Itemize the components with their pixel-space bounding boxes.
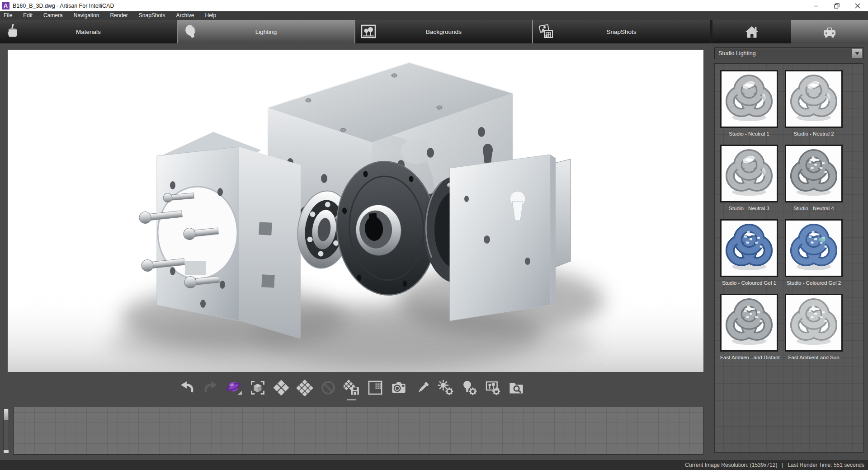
scrollbar-handle[interactable] xyxy=(4,409,9,420)
render-3d-view xyxy=(8,50,703,372)
lighting-preset-thumbnail[interactable] xyxy=(785,70,843,128)
lighting-preset-item[interactable]: Studio - Neutral 3 xyxy=(720,145,778,211)
menu-item-archive[interactable]: Archive xyxy=(171,11,200,20)
status-bar: Current Image Resolution: (1539x712) | L… xyxy=(0,460,868,470)
undo-icon[interactable] xyxy=(178,378,196,398)
home-icon xyxy=(743,23,761,41)
lighting-preset-item[interactable]: Studio - Neutral 4 xyxy=(785,145,843,211)
menu-item-render[interactable]: Render xyxy=(104,11,133,20)
lighting-preset-item[interactable]: Studio - Neutral 1 xyxy=(720,70,778,136)
lighting-preset-thumbnail[interactable] xyxy=(785,219,843,277)
render-toolbar xyxy=(0,374,703,402)
lighting-preset-thumbnail[interactable] xyxy=(785,294,843,352)
nine-diamonds-icon[interactable] xyxy=(296,378,314,398)
tab-materials[interactable]: Materials xyxy=(0,20,177,43)
four-diamonds-icon[interactable] xyxy=(272,378,290,398)
render-cube-icon[interactable] xyxy=(249,378,267,398)
menu-item-edit[interactable]: Edit xyxy=(18,11,38,20)
title-bar: A B160_B_3D.dwg - Artisan For IntelliCAD xyxy=(0,0,868,11)
log-panel-scrollbar[interactable] xyxy=(3,408,9,453)
lighting-preset-thumbnail[interactable] xyxy=(785,145,843,202)
tab-home[interactable] xyxy=(712,20,791,43)
paint-bucket-icon xyxy=(4,23,22,41)
window-title: B160_B_3D.dwg - Artisan For IntelliCAD xyxy=(13,3,114,9)
app-icon: A xyxy=(2,2,9,9)
tab-car[interactable] xyxy=(791,20,868,43)
menu-item-file[interactable]: File xyxy=(0,11,18,20)
eyedropper-icon[interactable] xyxy=(413,378,431,398)
status-resolution: Current Image Resolution: (1539x712) xyxy=(685,462,777,468)
lighting-preset-label: Fast Ambient and Sun xyxy=(785,355,843,360)
lighting-preset-label: Studio - Neutral 1 xyxy=(720,131,778,136)
lighting-preset-thumbnail[interactable] xyxy=(720,219,778,277)
lighting-preset-value: Studio Lighting xyxy=(715,50,852,56)
lighting-preset-label: Studio - Coloured Gel 1 xyxy=(720,280,778,286)
tab-bar: Materials Lighting Backgrounds xyxy=(0,20,868,43)
render-region-icon[interactable] xyxy=(366,378,384,398)
lighting-preset-item[interactable]: Studio - Neutral 2 xyxy=(785,70,843,136)
lighting-preset-item[interactable]: Fast Ambien...and Distant xyxy=(720,294,778,360)
menu-item-help[interactable]: Help xyxy=(200,11,222,20)
close-button[interactable] xyxy=(847,0,868,11)
workspace: Studio Lighting Studio - Neutral 1 xyxy=(0,43,868,460)
render-viewport[interactable] xyxy=(8,50,703,372)
find-render-icon[interactable] xyxy=(507,378,525,398)
lighting-preset-item[interactable]: Studio - Coloured Gel 2 xyxy=(785,219,843,286)
tab-backgrounds[interactable]: Backgrounds xyxy=(354,20,532,43)
tab-label: Lighting xyxy=(255,28,277,35)
lighting-presets-panel: Studio - Neutral 1 Studio - Neutral 2 xyxy=(714,63,863,453)
menu-bar: FileEditCameraNavigationRenderSnapShotsA… xyxy=(0,11,868,20)
save-render-icon[interactable] xyxy=(343,378,361,398)
light-bulb-icon xyxy=(182,23,200,41)
cancel-render-icon[interactable] xyxy=(319,378,337,398)
lighting-preset-label: Studio - Coloured Gel 2 xyxy=(785,280,843,286)
lighting-preset-thumbnail[interactable] xyxy=(720,294,778,352)
lighting-preset-label: Studio - Neutral 2 xyxy=(785,131,843,136)
log-panel xyxy=(13,407,703,455)
scrollbar-cap xyxy=(4,450,9,453)
sun-settings-icon[interactable] xyxy=(437,378,455,398)
tab-snapshots[interactable]: SnapShots xyxy=(532,20,710,43)
light-settings-icon[interactable] xyxy=(460,378,478,398)
menu-item-navigation[interactable]: Navigation xyxy=(68,11,105,20)
tab-label: Backgrounds xyxy=(426,28,462,35)
status-render-time: Last Render Time: 551 seconds xyxy=(788,462,864,468)
background-settings-icon[interactable] xyxy=(484,378,502,398)
tab-lighting[interactable]: Lighting xyxy=(177,20,354,43)
tab-label: SnapShots xyxy=(606,28,636,35)
snapshot-camera-icon[interactable] xyxy=(390,378,408,398)
redo-icon[interactable] xyxy=(202,378,220,398)
lighting-preset-label: Studio - Neutral 3 xyxy=(720,206,778,211)
lighting-preset-thumbnail[interactable] xyxy=(720,145,778,202)
lighting-preset-label: Studio - Neutral 4 xyxy=(785,206,843,211)
tab-label: Materials xyxy=(76,28,101,35)
landscape-icon xyxy=(359,23,377,41)
menu-item-camera[interactable]: Camera xyxy=(38,11,68,20)
lighting-preset-thumbnail[interactable] xyxy=(720,70,778,128)
menu-item-snapshots[interactable]: SnapShots xyxy=(133,11,171,20)
lighting-preset-label: Fast Ambien...and Distant xyxy=(720,355,778,360)
minimize-button[interactable] xyxy=(806,0,826,11)
lighting-preset-dropdown[interactable]: Studio Lighting xyxy=(714,47,863,59)
restore-button[interactable] xyxy=(826,0,847,11)
chevron-down-icon[interactable] xyxy=(852,48,863,58)
car-icon xyxy=(821,23,839,41)
status-separator: | xyxy=(782,462,783,468)
lighting-preset-item[interactable]: Fast Ambient and Sun xyxy=(785,294,843,360)
render-planet-icon[interactable] xyxy=(225,378,243,398)
lighting-sidebar: Studio Lighting Studio - Neutral 1 xyxy=(714,47,863,454)
lighting-preset-item[interactable]: Studio - Coloured Gel 1 xyxy=(720,219,778,286)
photo-stack-icon xyxy=(537,23,555,41)
